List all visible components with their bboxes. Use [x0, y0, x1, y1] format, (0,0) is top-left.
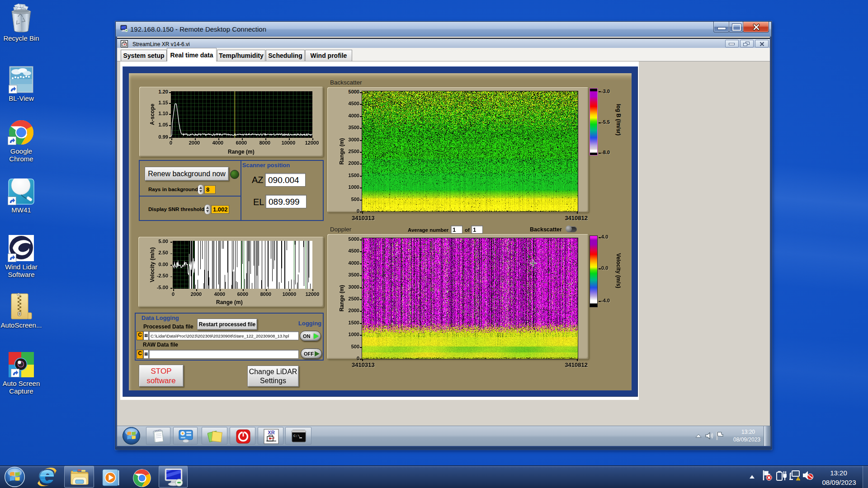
svg-text:C:\: C:\ — [293, 434, 300, 438]
svg-text:XR: XR — [268, 430, 274, 435]
